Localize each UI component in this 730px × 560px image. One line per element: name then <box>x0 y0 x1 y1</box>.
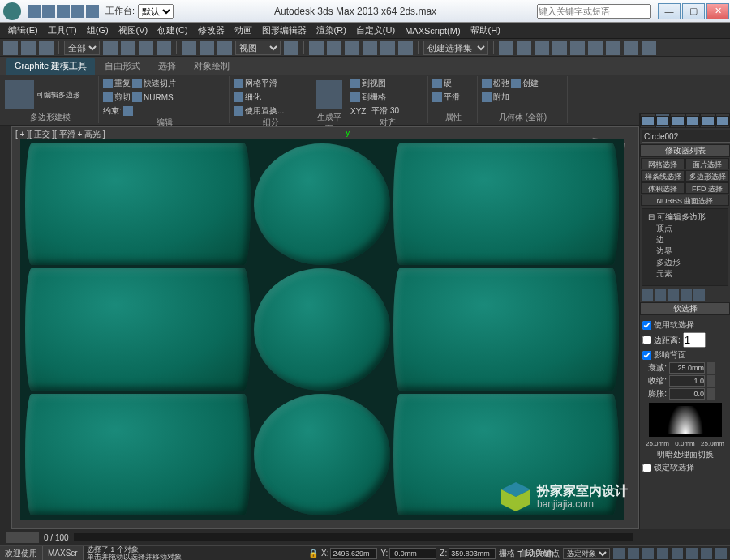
show-result-icon[interactable] <box>655 289 666 301</box>
quickslice-icon[interactable] <box>132 79 142 88</box>
pinch-spinner[interactable] <box>669 375 705 387</box>
schematic-icon[interactable] <box>570 41 585 55</box>
ribbon-tab-selection[interactable]: 选择 <box>150 58 184 75</box>
selection-filter-dropdown[interactable]: 全部 <box>64 41 100 55</box>
smooth-icon[interactable] <box>432 92 442 102</box>
anglesnap-icon[interactable] <box>363 41 377 55</box>
mod-poly-select[interactable]: 多边形选择 <box>685 170 729 182</box>
spinner-arrows[interactable] <box>707 362 715 374</box>
hard-icon[interactable] <box>432 79 442 88</box>
cmd-tab-modify[interactable] <box>655 113 671 128</box>
maximize-button[interactable]: ▢ <box>682 3 705 19</box>
menu-edit[interactable]: 编辑(E) <box>3 24 43 36</box>
mod-spline-select[interactable]: 样条线选择 <box>641 170 685 182</box>
menu-views[interactable]: 视图(V) <box>114 24 153 36</box>
help-search-input[interactable] <box>537 4 651 19</box>
cmd-tab-display[interactable] <box>700 113 715 128</box>
close-button[interactable]: ✕ <box>706 3 729 19</box>
configure-icon[interactable] <box>694 289 705 301</box>
welcome-tab[interactable]: 欢迎使用 <box>0 546 43 560</box>
play-end-icon[interactable] <box>672 548 683 559</box>
key-mode-dropdown[interactable]: 选定对象 <box>563 548 610 559</box>
make-unique-icon[interactable] <box>668 289 679 301</box>
qat-open-icon[interactable] <box>42 5 55 18</box>
menu-render[interactable]: 渲染(R) <box>311 24 351 36</box>
modifier-list-dropdown[interactable]: 修改器列表 <box>640 144 730 157</box>
menu-modifiers[interactable]: 修改器 <box>193 24 230 36</box>
modifier-stack[interactable]: ⊟ 可编辑多边形 顶点 边 边界 多边形 元素 <box>642 208 728 286</box>
constraint-icon[interactable] <box>123 106 133 116</box>
cmd-tab-utilities[interactable] <box>715 113 731 128</box>
curve-editor-icon[interactable] <box>552 41 567 55</box>
mod-ffd-select[interactable]: FFD 选择 <box>685 182 729 194</box>
time-slider-handle[interactable] <box>6 532 39 543</box>
menu-help[interactable]: 帮助(H) <box>466 24 505 36</box>
use-soft-sel-checkbox[interactable]: 使用软选择 <box>642 319 728 331</box>
align-icon[interactable] <box>517 41 531 55</box>
layers-icon[interactable] <box>535 41 549 55</box>
material-editor-icon[interactable] <box>588 41 603 55</box>
cmd-tab-hierarchy[interactable] <box>670 113 685 128</box>
repeat-icon[interactable] <box>103 79 113 88</box>
select-name-icon[interactable] <box>121 41 135 55</box>
mod-mesh-select[interactable]: 网格选择 <box>641 158 685 169</box>
togrid-icon[interactable] <box>350 92 360 102</box>
menu-create[interactable]: 创建(C) <box>152 24 192 36</box>
z-coord-field[interactable] <box>449 548 496 559</box>
attach-icon[interactable] <box>482 92 492 102</box>
menu-tools[interactable]: 工具(T) <box>43 24 82 36</box>
named-sel-dropdown[interactable]: 创建选择集 <box>423 41 488 55</box>
pivot-icon[interactable] <box>284 41 298 55</box>
qat-undo-icon[interactable] <box>71 5 84 18</box>
ref-coord-dropdown[interactable]: 视图 <box>235 41 281 55</box>
render-icon[interactable] <box>642 41 656 55</box>
tessellate-icon[interactable] <box>234 92 243 102</box>
keyboard-icon[interactable] <box>327 41 341 55</box>
render-frame-icon[interactable] <box>624 41 638 55</box>
object-name-field[interactable] <box>642 130 730 143</box>
snap-icon[interactable] <box>345 41 359 55</box>
y-coord-field[interactable] <box>389 548 436 559</box>
unlink-icon[interactable] <box>21 41 36 55</box>
min-max-icon[interactable] <box>715 548 727 559</box>
ribbon-tab-freeform[interactable]: 自由形式 <box>97 58 148 75</box>
mod-nurbs-select[interactable]: NURBS 曲面选择 <box>641 195 729 206</box>
mod-vol-select[interactable]: 体积选择 <box>641 182 685 194</box>
percentsnap-icon[interactable] <box>380 41 395 55</box>
shaded-toggle-button[interactable]: 明暗处理面切换 <box>642 449 728 460</box>
menu-animation[interactable]: 动画 <box>230 24 257 36</box>
ribbon-tab-paint[interactable]: 对象绘制 <box>186 58 238 75</box>
render-setup-icon[interactable] <box>606 41 620 55</box>
bind-icon[interactable] <box>39 41 54 55</box>
manipulate-icon[interactable] <box>309 41 324 55</box>
select-rect-icon[interactable] <box>139 41 153 55</box>
menu-maxscript[interactable]: MAXScript(M) <box>400 26 465 36</box>
menu-graph[interactable]: 图形编辑器 <box>257 24 311 36</box>
minimize-button[interactable]: — <box>658 3 681 19</box>
make-planar-button[interactable] <box>316 80 342 109</box>
zoom-icon[interactable] <box>701 548 712 559</box>
maxscript-tab[interactable]: MAXScr <box>43 546 84 560</box>
app-logo[interactable] <box>3 2 21 20</box>
cut-icon[interactable] <box>103 92 113 102</box>
play-icon[interactable] <box>642 548 654 559</box>
menu-customize[interactable]: 自定义(U) <box>351 24 400 36</box>
viewport-content[interactable] <box>20 139 624 520</box>
link-icon[interactable] <box>3 41 18 55</box>
time-slider[interactable]: 0 / 100 <box>0 529 730 545</box>
bubble-spinner[interactable] <box>669 388 705 400</box>
viewport[interactable]: [ + ][ 正交 ][ 平滑 + 高光 ] yx <box>11 126 639 529</box>
pan-icon[interactable] <box>686 548 698 559</box>
lock-icon[interactable]: 🔒 <box>308 549 318 558</box>
msmooth-icon[interactable] <box>234 79 243 88</box>
create-geo-icon[interactable] <box>511 79 521 88</box>
falloff-spinner[interactable] <box>669 362 705 374</box>
workspace-dropdown[interactable]: 默认 <box>138 4 174 19</box>
affect-backface-checkbox[interactable]: 影响背面 <box>642 349 728 361</box>
timeline-track[interactable] <box>74 533 633 541</box>
mod-patch-select[interactable]: 面片选择 <box>685 158 729 169</box>
window-cross-icon[interactable] <box>157 41 171 55</box>
mirror-icon[interactable] <box>499 41 513 55</box>
soft-selection-rollout[interactable]: 软选择 <box>640 302 730 315</box>
qat-new-icon[interactable] <box>28 5 41 18</box>
